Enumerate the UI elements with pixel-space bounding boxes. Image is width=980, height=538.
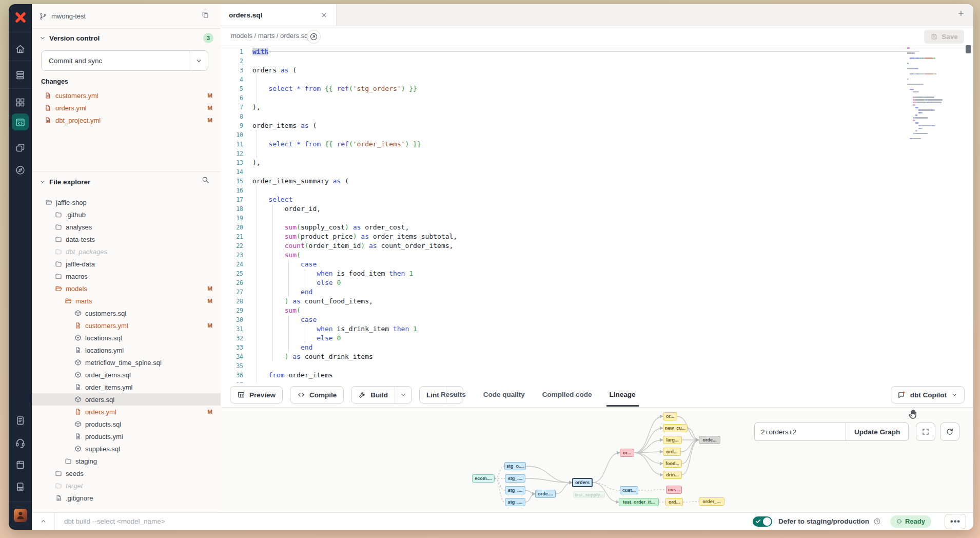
commit-and-sync-button[interactable]: Commit and sync xyxy=(41,50,208,71)
changes-label: Changes xyxy=(41,78,68,85)
tree-item-label: .github xyxy=(66,211,86,219)
code-line-15: 15order_items_summary as ( xyxy=(221,177,349,186)
editor-minimap[interactable] xyxy=(907,47,958,150)
lineage-node-new_cu[interactable]: new_cu... xyxy=(663,424,688,432)
tab-lineage[interactable]: Lineage xyxy=(610,382,636,407)
user-avatar[interactable] xyxy=(14,509,27,522)
clipboard-nav-icon[interactable] xyxy=(9,410,32,430)
tree-item-metricflow_time_spine.sql[interactable]: metricflow_time_spine.sql xyxy=(32,356,221,369)
tree-item-customers.yml[interactable]: customers.ymlM xyxy=(32,319,221,332)
line-number: 18 xyxy=(221,204,243,214)
lineage-node-ecom[interactable]: ecom.... xyxy=(472,474,495,483)
lineage-node-stg_o[interactable]: stg_o.... xyxy=(504,462,526,470)
changed-file-dbt_project.yml[interactable]: dbt_project.ymlM xyxy=(32,114,221,126)
tree-item-data-tests[interactable]: data-tests xyxy=(32,233,221,245)
chevron-down-icon xyxy=(39,34,46,42)
book-nav-icon[interactable] xyxy=(9,454,32,475)
tree-item-.github[interactable]: .github xyxy=(32,208,221,221)
lineage-node-drin[interactable]: drin... xyxy=(663,471,682,479)
tree-item-analyses[interactable]: analyses xyxy=(32,221,221,233)
tree-item-jaffle-shop[interactable]: jaffle-shop xyxy=(32,196,221,208)
tree-item-products.sql[interactable]: products.sql xyxy=(32,418,221,430)
kiosk-nav-icon[interactable] xyxy=(9,476,32,497)
lineage-node-cust[interactable]: cust... xyxy=(620,486,638,494)
changed-file-customers.yml[interactable]: customers.ymlM xyxy=(32,89,221,102)
changed-file-orders.yml[interactable]: orders.ymlM xyxy=(32,102,221,114)
tree-item-marts[interactable]: martsM xyxy=(32,295,221,307)
commit-options-chevron-icon[interactable] xyxy=(189,51,208,70)
line-number: 29 xyxy=(221,306,243,315)
tree-item-jaffle-data[interactable]: jaffle-data xyxy=(32,258,221,270)
preview-button[interactable]: Preview xyxy=(230,386,283,404)
build-button[interactable]: Build xyxy=(351,386,412,404)
help-icon[interactable] xyxy=(873,517,881,525)
lineage-node-food[interactable]: food... xyxy=(663,459,682,468)
lineage-node-test_supply[interactable]: test_supply... xyxy=(573,491,605,498)
expand-command-bar-chevron[interactable] xyxy=(32,513,54,530)
dbt-copilot-button[interactable]: dbt Copilot xyxy=(891,386,965,404)
tree-item-staging[interactable]: staging xyxy=(32,455,221,467)
headset-nav-icon[interactable] xyxy=(9,432,32,453)
search-icon[interactable] xyxy=(201,176,209,184)
tree-item-models[interactable]: modelsM xyxy=(32,282,221,295)
tree-item-locations.yml[interactable]: locations.yml xyxy=(32,344,221,356)
line-number: 5 xyxy=(221,84,243,93)
lineage-node-orders[interactable]: orders xyxy=(572,478,593,487)
lineage-node-ord[interactable]: ord... xyxy=(663,448,681,456)
lineage-node-orde[interactable]: orde.... xyxy=(535,490,556,498)
stack-nav-icon[interactable] xyxy=(9,65,32,85)
tree-item-locations.sql[interactable]: locations.sql xyxy=(32,332,221,344)
lineage-node-stg_[interactable]: stg_.... xyxy=(505,474,525,483)
tree-item-.gitignore[interactable]: .gitignore xyxy=(32,492,221,504)
close-icon[interactable] xyxy=(320,11,328,19)
code-line-29: 29 sum( xyxy=(221,306,301,315)
build-options-chevron[interactable] xyxy=(395,387,411,403)
tree-item-orders.sql[interactable]: orders.sql xyxy=(32,393,221,406)
branch-selector[interactable]: mwong-test xyxy=(32,4,221,29)
grid-nav-icon[interactable] xyxy=(9,92,32,112)
tree-item-customers.sql[interactable]: customers.sql xyxy=(32,307,221,319)
tree-item-order_items.sql[interactable]: order_items.sql xyxy=(32,369,221,381)
lineage-node-test_order_it[interactable]: test_order_it... xyxy=(619,498,659,506)
lineage-node-larg[interactable]: larg... xyxy=(663,436,682,444)
tab-results[interactable]: Results xyxy=(441,382,466,407)
tree-item-target[interactable]: target xyxy=(32,479,221,492)
compile-button[interactable]: Compile xyxy=(290,386,344,404)
defer-toggle[interactable] xyxy=(753,516,772,527)
lineage-node-or[interactable]: or... xyxy=(663,412,677,420)
squares-nav-icon[interactable] xyxy=(9,137,32,158)
version-control-header[interactable]: Version control 3 xyxy=(32,28,221,48)
doc-icon xyxy=(74,383,82,391)
lineage-node-ord[interactable]: ord... xyxy=(665,498,683,506)
lineage-node-cus[interactable]: cus... xyxy=(666,486,682,494)
ready-status-badge[interactable]: Ready xyxy=(890,515,931,528)
compass-nav-icon[interactable] xyxy=(9,160,32,180)
copy-icon[interactable] xyxy=(201,11,209,19)
new-tab-plus-icon[interactable] xyxy=(957,9,965,17)
lineage-node-or[interactable]: or... xyxy=(620,449,634,457)
file-explorer-header[interactable]: File explorer xyxy=(32,172,221,191)
tree-item-macros[interactable]: macros xyxy=(32,270,221,282)
open-docs-icon[interactable] xyxy=(307,30,321,44)
tree-item-products.yml[interactable]: products.yml xyxy=(32,430,221,443)
more-options-button[interactable]: ••• xyxy=(945,514,966,529)
lineage-node-stg_[interactable]: stg_.... xyxy=(505,498,525,506)
codewin-nav-icon[interactable] xyxy=(9,112,32,132)
code-editor[interactable]: 1with23orders as (45 select * from {{ re… xyxy=(221,46,973,383)
tree-item-order_items.yml[interactable]: order_items.yml xyxy=(32,381,221,393)
tab-compiled-code[interactable]: Compiled code xyxy=(542,382,592,407)
home-nav-icon[interactable] xyxy=(9,39,32,59)
tab-orders-sql[interactable]: orders.sql xyxy=(221,4,337,26)
tree-item-orders.yml[interactable]: orders.ymlM xyxy=(32,406,221,418)
lineage-node-orde[interactable]: orde... xyxy=(699,436,720,444)
command-input[interactable] xyxy=(55,517,753,526)
editor-scrollbar-thumb[interactable] xyxy=(966,45,971,53)
save-button[interactable]: Save xyxy=(924,30,964,44)
tree-item-seeds[interactable]: seeds xyxy=(32,467,221,479)
tree-item-label: seeds xyxy=(66,470,84,477)
tree-item-supplies.sql[interactable]: supplies.sql xyxy=(32,443,221,455)
tab-code-quality[interactable]: Code quality xyxy=(483,382,525,407)
tree-item-dbt_packages[interactable]: dbt_packages xyxy=(32,245,221,258)
lineage-node-order_[interactable]: order_... xyxy=(699,497,724,506)
lineage-node-stg_[interactable]: stg_.... xyxy=(505,486,525,494)
